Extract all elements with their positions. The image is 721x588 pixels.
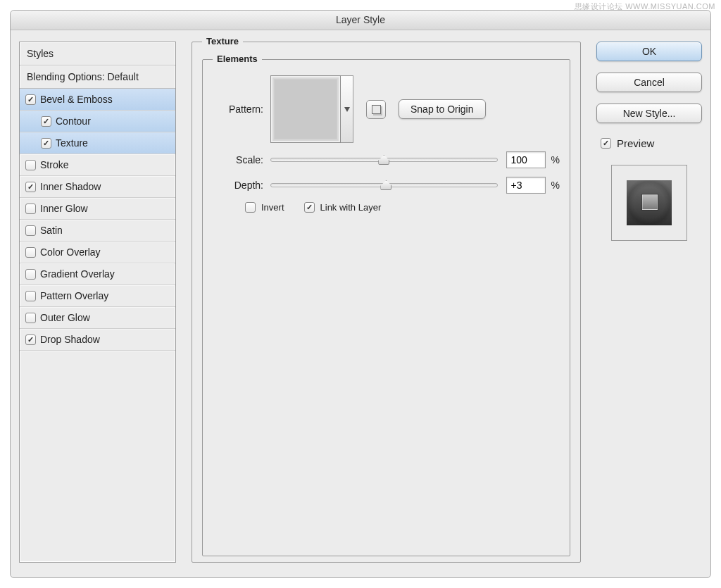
scale-label: Scale: [213,154,270,165]
layer-style-dialog: Layer Style Styles Blending Options: Def… [10,10,711,578]
style-item-checkbox[interactable] [41,138,51,149]
style-item-label: Satin [40,225,63,236]
new-style-button[interactable]: New Style... [596,104,702,123]
preview-label: Preview [617,137,654,149]
style-item-inner-glow[interactable]: Inner Glow [20,198,175,220]
dialog-title: Layer Style [11,11,710,30]
style-item-label: Contour [56,115,91,127]
group-texture-legend: Texture [202,36,243,46]
style-item-drop-shadow[interactable]: Drop Shadow [20,329,175,351]
invert-checkbox[interactable] [245,202,256,213]
style-item-checkbox[interactable] [25,182,36,192]
link-with-layer-label: Link with Layer [320,202,382,213]
cancel-button[interactable]: Cancel [596,73,702,92]
dialog-buttons: OK Cancel New Style... Preview [596,42,702,569]
style-item-label: Inner Shadow [40,181,101,192]
style-item-color-overlay[interactable]: Color Overlay [20,242,175,263]
style-item-checkbox[interactable] [25,247,36,258]
style-item-label: Texture [56,137,88,149]
style-item-label: Bevel & Emboss [40,94,113,105]
snap-to-origin-button[interactable]: Snap to Origin [399,99,486,119]
style-item-checkbox[interactable] [25,94,36,105]
depth-slider[interactable] [270,183,498,187]
styles-list: Styles Blending Options: Default Bevel &… [19,42,176,563]
group-elements-legend: Elements [213,54,262,64]
square-icon [372,105,381,114]
style-item-stroke[interactable]: Stroke [20,154,175,176]
style-item-checkbox[interactable] [25,160,36,170]
depth-suffix: % [551,180,560,191]
scale-slider-thumb[interactable] [378,155,389,165]
style-item-label: Gradient Overlay [40,268,115,280]
style-item-checkbox[interactable] [25,269,36,280]
style-item-checkbox[interactable] [25,291,36,301]
style-item-checkbox[interactable] [25,204,36,214]
styles-header[interactable]: Styles [20,42,175,65]
pattern-swatch[interactable] [270,75,341,143]
scale-suffix: % [551,154,560,165]
pattern-dropdown[interactable] [341,75,353,143]
style-item-contour[interactable]: Contour [20,111,175,132]
link-with-layer-checkbox[interactable] [304,202,315,213]
scale-input[interactable] [506,151,546,168]
scale-slider[interactable] [270,158,498,162]
depth-slider-thumb[interactable] [380,180,391,190]
style-item-checkbox[interactable] [25,313,36,323]
group-texture: Texture Elements Pattern: Snap to Origin [192,42,581,563]
style-item-checkbox[interactable] [41,116,51,127]
style-item-pattern-overlay[interactable]: Pattern Overlay [20,285,175,307]
blending-options-item[interactable]: Blending Options: Default [20,65,175,89]
style-item-label: Color Overlay [40,246,101,258]
style-item-label: Pattern Overlay [40,290,108,301]
style-item-checkbox[interactable] [25,225,36,236]
style-item-texture[interactable]: Texture [20,132,175,154]
chevron-down-icon [344,107,350,112]
style-item-label: Drop Shadow [40,334,100,345]
group-elements: Elements Pattern: Snap to Origin Scale: [202,59,570,556]
depth-label: Depth: [213,180,270,191]
pattern-label: Pattern: [213,104,270,115]
depth-input[interactable] [506,177,546,194]
style-item-label: Outer Glow [40,312,90,323]
style-item-gradient-overlay[interactable]: Gradient Overlay [20,263,175,285]
style-item-satin[interactable]: Satin [20,220,175,242]
style-item-inner-shadow[interactable]: Inner Shadow [20,176,175,198]
preview-thumbnail [611,165,687,241]
ok-button[interactable]: OK [596,42,702,61]
preview-checkbox[interactable] [601,138,611,149]
invert-label: Invert [261,202,284,213]
new-pattern-preset-button[interactable] [366,100,386,119]
style-item-bevel-emboss[interactable]: Bevel & Emboss [20,89,175,111]
settings-panel: Texture Elements Pattern: Snap to Origin [192,42,581,563]
style-item-label: Stroke [40,159,68,170]
style-item-checkbox[interactable] [25,334,36,345]
style-item-outer-glow[interactable]: Outer Glow [20,307,175,329]
style-item-label: Inner Glow [40,203,88,214]
